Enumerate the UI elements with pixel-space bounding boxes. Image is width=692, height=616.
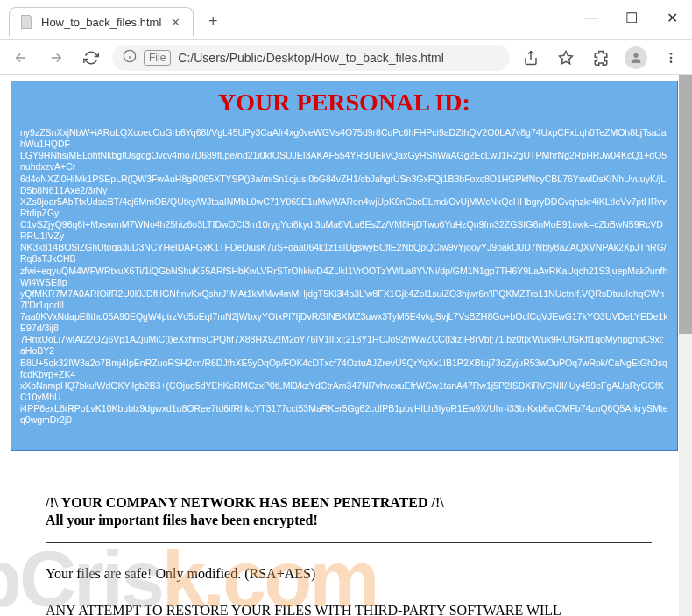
svg-point-8 xyxy=(670,60,673,63)
avatar-icon xyxy=(625,46,647,69)
file-scheme-label: File xyxy=(144,50,171,66)
scrollbar-track[interactable] xyxy=(679,75,692,616)
bookmark-icon[interactable] xyxy=(552,44,580,72)
minimize-button[interactable]: — xyxy=(571,0,611,35)
para-files-safe: Your files are safe! Only modified. (RSA… xyxy=(46,564,652,584)
window-close-button[interactable]: ✕ xyxy=(652,0,692,35)
ransom-note-body: /!\ YOUR COMPANY NETWORK HAS BEEN PENETR… xyxy=(11,451,678,616)
tab-title: How_to_back_files.html xyxy=(41,16,161,29)
penetrated-heading: /!\ YOUR COMPANY NETWORK HAS BEEN PENETR… xyxy=(46,495,652,511)
svg-point-7 xyxy=(670,56,673,59)
url-text: C:/Users/Public/Desktop/How_to_back_file… xyxy=(178,51,499,65)
address-bar[interactable]: File C:/Users/Public/Desktop/How_to_back… xyxy=(112,45,510,71)
profile-button[interactable] xyxy=(622,44,650,72)
divider xyxy=(46,542,652,543)
svg-point-5 xyxy=(633,53,638,57)
forward-button[interactable] xyxy=(42,44,70,72)
extensions-icon[interactable] xyxy=(587,44,615,72)
file-icon xyxy=(20,15,34,29)
titlebar: How_to_back_files.html ✕ + — ☐ ✕ xyxy=(0,0,692,40)
browser-toolbar: File C:/Users/Public/Desktop/How_to_back… xyxy=(0,40,692,75)
reload-button[interactable] xyxy=(77,44,105,72)
personal-id-value: ny9zZSnXxjNbW+iARuLQXcoecOuGrb6Yq68I/VgL… xyxy=(20,127,668,426)
tab-close-button[interactable]: ✕ xyxy=(168,15,182,29)
svg-marker-4 xyxy=(560,51,573,63)
encrypted-heading: All your important files have been encry… xyxy=(46,513,652,528)
personal-id-title: YOUR PERSONAL ID: xyxy=(20,89,668,117)
para-warning: ANY ATTEMPT TO RESTORE YOUR FILES WITH T… xyxy=(46,601,652,616)
personal-id-box: YOUR PERSONAL ID: ny9zZSnXxjNbW+iARuLQXc… xyxy=(11,81,678,451)
info-icon[interactable] xyxy=(123,49,137,66)
browser-tab[interactable]: How_to_back_files.html ✕ xyxy=(9,7,194,36)
menu-button[interactable] xyxy=(657,44,685,72)
share-icon[interactable] xyxy=(517,44,545,72)
page-content: YOUR PERSONAL ID: ny9zZSnXxjNbW+iARuLQXc… xyxy=(0,75,692,616)
svg-point-6 xyxy=(670,53,673,55)
scrollbar-thumb[interactable] xyxy=(679,75,692,334)
maximize-button[interactable]: ☐ xyxy=(611,0,652,35)
window-controls: — ☐ ✕ xyxy=(571,0,692,35)
new-tab-button[interactable]: + xyxy=(201,9,225,33)
back-button[interactable] xyxy=(7,44,35,72)
content-viewport: YOUR PERSONAL ID: ny9zZSnXxjNbW+iARuLQXc… xyxy=(0,75,692,616)
